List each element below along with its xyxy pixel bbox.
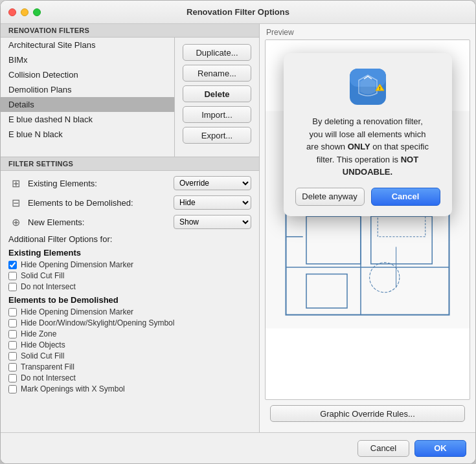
checkbox-label: Mark Openings with X Symbol <box>21 384 125 393</box>
right-footer: Graphic Override Rules... <box>260 405 475 432</box>
checkbox-row: Transparent Fill <box>8 362 251 371</box>
close-button[interactable] <box>8 8 16 16</box>
checkbox-row: Hide Zone <box>8 329 251 338</box>
checkbox[interactable] <box>8 272 17 280</box>
window-title: Renovation Filter Options <box>187 7 289 17</box>
filter-list-item[interactable]: E blue N black <box>1 127 174 142</box>
minimize-button[interactable] <box>21 8 28 16</box>
checkbox-label: Hide Opening Dimension Marker <box>21 260 133 269</box>
filter-list-item[interactable]: Architectural Site Plans <box>1 38 174 52</box>
checkbox-label: Hide Zone <box>21 329 56 338</box>
filters-section-header: RENOVATION FILTERS <box>1 24 259 38</box>
setting-row: ⊞ Existing Elements: Override <box>8 176 251 190</box>
graphic-override-button[interactable]: Graphic Override Rules... <box>270 405 465 422</box>
setting-label-2: New Elements: <box>28 217 168 227</box>
checkbox-label: Solid Cut Fill <box>21 271 64 280</box>
setting-icon-2: ⊕ <box>8 215 23 229</box>
dialog-buttons: Delete anyway Cancel <box>295 188 440 206</box>
checkbox[interactable] <box>8 341 17 349</box>
import-button[interactable]: Import... <box>183 106 251 123</box>
checkbox[interactable] <box>8 330 17 338</box>
titlebar: Renovation Filter Options <box>1 1 475 24</box>
setting-icon-1: ⊟ <box>8 195 23 210</box>
checkbox-label: Solid Cut Fill <box>21 351 64 360</box>
filter-settings-section: ⊞ Existing Elements: Override ⊟ Elements… <box>1 171 259 432</box>
setting-select-0[interactable]: Override <box>174 176 251 190</box>
setting-select-1[interactable]: Hide <box>174 195 251 210</box>
checkbox-row: Solid Cut Fill <box>8 351 251 360</box>
export-button[interactable]: Export... <box>183 127 251 144</box>
filter-settings-header: FILTER SETTINGS <box>1 157 259 171</box>
checkbox[interactable] <box>8 363 17 371</box>
filter-list: Architectural Site PlansBIMxCollision De… <box>1 38 175 157</box>
filter-list-area: Architectural Site PlansBIMxCollision De… <box>1 38 259 157</box>
bottom-bar: Cancel OK <box>1 432 475 463</box>
checkbox-label: Do not Intersect <box>21 373 76 382</box>
filter-list-item[interactable]: E blue dashed N black <box>1 112 174 127</box>
checkbox-label: Do not Intersect <box>21 282 76 291</box>
setting-label-0: Existing Elements: <box>28 179 168 188</box>
checkbox-row: Hide Opening Dimension Marker <box>8 307 251 316</box>
checkbox-row: Do not Intersect <box>8 282 251 291</box>
delete-anyway-button[interactable]: Delete anyway <box>295 188 365 206</box>
checkbox[interactable] <box>8 319 17 327</box>
checkbox-row: Do not Intersect <box>8 373 251 382</box>
duplicate-button[interactable]: Duplicate... <box>183 44 251 61</box>
checkbox-label: Transparent Fill <box>21 362 74 371</box>
checkbox-row: Hide Door/Window/Skylight/Opening Symbol <box>8 318 251 327</box>
cancel-button[interactable]: Cancel <box>357 440 409 457</box>
checkbox[interactable] <box>8 261 17 269</box>
checkbox[interactable] <box>8 374 17 382</box>
dialog-overlay: ! By deleting a renovation filter, you w… <box>266 40 470 399</box>
checkbox-label: Hide Door/Window/Skylight/Opening Symbol <box>21 318 174 327</box>
traffic-lights <box>8 8 41 16</box>
checkbox-row: Hide Opening Dimension Marker <box>8 260 251 269</box>
filter-buttons: Duplicate... Rename... Delete Import... … <box>175 38 259 157</box>
rename-button[interactable]: Rename... <box>183 65 251 82</box>
content-area: RENOVATION FILTERS Architectural Site Pl… <box>1 24 475 432</box>
checkbox[interactable] <box>8 352 17 360</box>
filter-list-item[interactable]: Collision Detection <box>1 67 174 82</box>
filter-list-item[interactable]: BIMx <box>1 52 174 67</box>
delete-confirmation-dialog: ! By deleting a renovation filter, you w… <box>284 53 452 216</box>
checkbox-label: Hide Objects <box>21 340 65 349</box>
main-window: Renovation Filter Options RENOVATION FIL… <box>0 0 476 464</box>
existing-elements-group: Existing Elements <box>8 248 251 258</box>
left-panel: RENOVATION FILTERS Architectural Site Pl… <box>1 24 260 432</box>
setting-label-1: Elements to be Demolished: <box>28 198 168 208</box>
checkbox-row: Mark Openings with X Symbol <box>8 384 251 393</box>
preview-label: Preview <box>260 24 475 39</box>
dialog-icon: ! <box>347 66 389 107</box>
checkbox-label: Hide Opening Dimension Marker <box>21 307 133 316</box>
filter-list-item[interactable]: Details <box>1 97 174 112</box>
setting-select-2[interactable]: Show <box>174 215 251 229</box>
setting-row: ⊕ New Elements: Show <box>8 215 251 229</box>
checkbox[interactable] <box>8 385 17 393</box>
ok-button[interactable]: OK <box>414 440 466 457</box>
right-panel: Preview <box>260 24 475 432</box>
warning-shield-icon: ! <box>347 66 389 107</box>
checkbox-row: Hide Objects <box>8 340 251 349</box>
maximize-button[interactable] <box>33 8 41 16</box>
setting-icon-0: ⊞ <box>8 176 23 190</box>
checkbox-row: Solid Cut Fill <box>8 271 251 280</box>
additional-filter-label: Additional Filter Options for: <box>8 234 251 244</box>
delete-button[interactable]: Delete <box>183 85 251 102</box>
dialog-cancel-button[interactable]: Cancel <box>371 188 440 206</box>
svg-text:!: ! <box>379 86 380 91</box>
preview-area: ! By deleting a renovation filter, you w… <box>265 39 470 400</box>
setting-row: ⊟ Elements to be Demolished: Hide <box>8 195 251 210</box>
checkbox[interactable] <box>8 308 17 316</box>
demolished-group: Elements to be Demolished <box>8 295 251 305</box>
dialog-message: By deleting a renovation filter, you wil… <box>306 115 429 179</box>
checkbox[interactable] <box>8 283 17 291</box>
filter-list-item[interactable]: Demolition Plans <box>1 82 174 97</box>
